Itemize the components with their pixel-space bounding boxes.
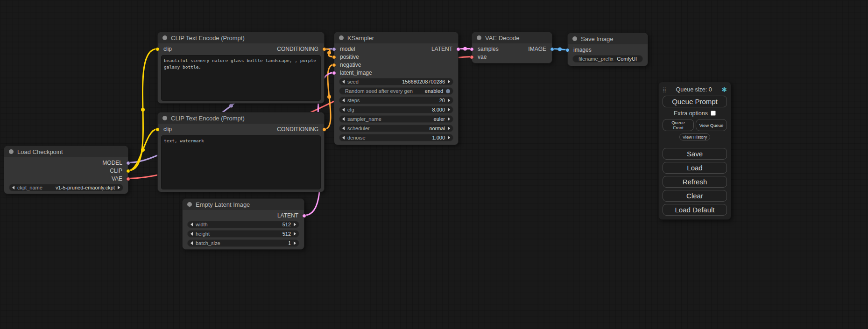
node-titlebar[interactable]: Save Image	[568, 33, 648, 44]
stepper-left-icon[interactable]	[342, 108, 345, 112]
widget-seed[interactable]: seed 156680208700286	[339, 78, 453, 85]
widget-filename-prefix[interactable]: filename_prefix ComfyUI	[572, 55, 643, 63]
output-slot-latent[interactable]	[302, 214, 306, 218]
node-titlebar[interactable]: KSampler	[334, 32, 458, 43]
queue-front-button[interactable]: Queue Front	[663, 119, 694, 131]
stepper-right-icon[interactable]	[448, 126, 450, 130]
input-slot-model[interactable]	[332, 47, 336, 51]
stepper-left-icon[interactable]	[342, 136, 345, 140]
input-slot-samples[interactable]	[470, 47, 474, 51]
stepper-left-icon[interactable]	[12, 186, 14, 189]
widget-height[interactable]: height 512	[187, 230, 299, 238]
stepper-right-icon[interactable]	[118, 186, 120, 189]
load-default-button[interactable]: Load Default	[663, 204, 727, 216]
settings-gear-icon[interactable]: ✱	[721, 86, 727, 93]
input-slot-clip[interactable]	[155, 47, 160, 51]
collapse-dot-icon[interactable]	[9, 149, 14, 154]
input-slot-vae[interactable]	[470, 55, 474, 59]
input-label-negative: negative	[340, 61, 361, 69]
stepper-left-icon[interactable]	[342, 98, 345, 102]
node-titlebar[interactable]: CLIP Text Encode (Prompt)	[158, 32, 324, 43]
collapse-dot-icon[interactable]	[187, 202, 192, 207]
prompt-text-input[interactable]: beautiful scenery nature glass bottle la…	[161, 55, 321, 101]
collapse-dot-icon[interactable]	[572, 36, 577, 41]
stepper-left-icon[interactable]	[342, 117, 345, 121]
widget-label: cfg	[347, 107, 354, 112]
output-slot-image[interactable]	[550, 47, 554, 51]
node-body: MODEL CLIP VAE ckpt_name v1-5-pruned-ema…	[4, 157, 128, 191]
clear-button[interactable]: Clear	[663, 190, 727, 202]
widget-cfg[interactable]: cfg 8.000	[339, 106, 453, 113]
slot-row: clip CONDITIONING	[158, 45, 324, 53]
node-empty-latent-image[interactable]: Empty Latent Image LATENT width 512 heig…	[182, 198, 304, 250]
node-body: LATENT width 512 height 512	[183, 210, 304, 247]
stepper-right-icon[interactable]	[294, 232, 296, 236]
output-label-image: IMAGE	[528, 45, 546, 53]
input-slot-positive[interactable]	[332, 55, 336, 59]
widget-steps[interactable]: steps 20	[339, 97, 453, 104]
save-button[interactable]: Save	[663, 148, 727, 160]
view-history-row: View History	[663, 133, 727, 140]
widget-random-seed-toggle[interactable]: Random seed after every gen enabled	[339, 87, 453, 95]
node-load-checkpoint[interactable]: Load Checkpoint MODEL CLIP VAE ckpt_name	[4, 146, 128, 194]
node-title: Load Checkpoint	[17, 148, 63, 155]
output-slot-vae[interactable]	[126, 177, 130, 181]
node-titlebar[interactable]: Empty Latent Image	[183, 199, 304, 210]
widget-batch-size[interactable]: batch_size 1	[187, 239, 299, 247]
stepper-right-icon[interactable]	[294, 223, 296, 226]
toggle-indicator-icon[interactable]	[446, 89, 450, 93]
node-clip-text-encode-positive[interactable]: CLIP Text Encode (Prompt) clip CONDITION…	[157, 32, 325, 104]
output-slot-latent[interactable]	[456, 47, 460, 51]
stepper-left-icon[interactable]	[191, 223, 193, 226]
widget-value: normal	[429, 126, 445, 131]
input-slot-latent-image[interactable]	[332, 71, 336, 75]
widget-ckpt-name[interactable]: ckpt_name v1-5-pruned-emaonly.ckpt	[9, 184, 123, 191]
view-history-button[interactable]: View History	[679, 133, 711, 140]
stepper-right-icon[interactable]	[448, 136, 450, 140]
stepper-right-icon[interactable]	[448, 98, 450, 102]
view-queue-button[interactable]: View Queue	[696, 119, 727, 131]
node-vae-decode[interactable]: VAE Decode samples IMAGE vae	[472, 32, 552, 63]
input-slot-clip[interactable]	[155, 127, 160, 132]
input-slot-negative[interactable]	[332, 63, 336, 67]
node-graph-canvas[interactable]: Load Checkpoint MODEL CLIP VAE ckpt_name	[0, 0, 868, 329]
collapse-dot-icon[interactable]	[162, 116, 167, 120]
widget-label: seed	[347, 79, 359, 84]
stepper-right-icon[interactable]	[448, 108, 450, 112]
load-button[interactable]: Load	[663, 162, 727, 174]
drag-handle-icon[interactable]: ⣿	[663, 87, 666, 92]
extra-options-checkbox[interactable]	[711, 111, 716, 116]
node-clip-text-encode-negative[interactable]: CLIP Text Encode (Prompt) clip CONDITION…	[157, 112, 325, 192]
input-slot-images[interactable]	[565, 48, 570, 52]
stepper-left-icon[interactable]	[191, 241, 193, 245]
widget-value: v1-5-pruned-emaonly.ckpt	[56, 185, 115, 190]
stepper-left-icon[interactable]	[342, 80, 345, 84]
node-ksampler[interactable]: KSampler model LATENT positive negative …	[334, 32, 459, 145]
stepper-right-icon[interactable]	[448, 80, 450, 84]
node-title: KSampler	[347, 35, 374, 42]
node-titlebar[interactable]: VAE Decode	[472, 32, 552, 43]
output-slot-model[interactable]	[126, 161, 130, 165]
stepper-right-icon[interactable]	[294, 241, 296, 245]
collapse-dot-icon[interactable]	[477, 35, 481, 40]
widget-width[interactable]: width 512	[187, 221, 299, 228]
widget-scheduler[interactable]: scheduler normal	[339, 125, 453, 132]
queue-prompt-button[interactable]: Queue Prompt	[663, 96, 727, 107]
collapse-dot-icon[interactable]	[162, 35, 167, 40]
stepper-left-icon[interactable]	[342, 126, 345, 130]
menu-spacer	[663, 143, 727, 146]
output-slot-clip[interactable]	[126, 169, 130, 173]
stepper-left-icon[interactable]	[191, 232, 193, 236]
node-titlebar[interactable]: CLIP Text Encode (Prompt)	[158, 112, 324, 124]
collapse-dot-icon[interactable]	[339, 35, 344, 40]
output-slot-conditioning[interactable]	[322, 47, 326, 51]
slot-row: samples IMAGE	[472, 45, 552, 53]
output-slot-conditioning[interactable]	[322, 127, 326, 132]
widget-denoise[interactable]: denoise 1.000	[339, 134, 453, 141]
node-titlebar[interactable]: Load Checkpoint	[4, 146, 128, 157]
stepper-right-icon[interactable]	[448, 117, 450, 121]
prompt-text-input[interactable]: text, watermark	[161, 135, 321, 189]
refresh-button[interactable]: Refresh	[663, 176, 727, 188]
widget-sampler-name[interactable]: sampler_name euler	[339, 115, 453, 123]
node-save-image[interactable]: Save Image images filename_prefix ComfyU…	[567, 33, 648, 66]
